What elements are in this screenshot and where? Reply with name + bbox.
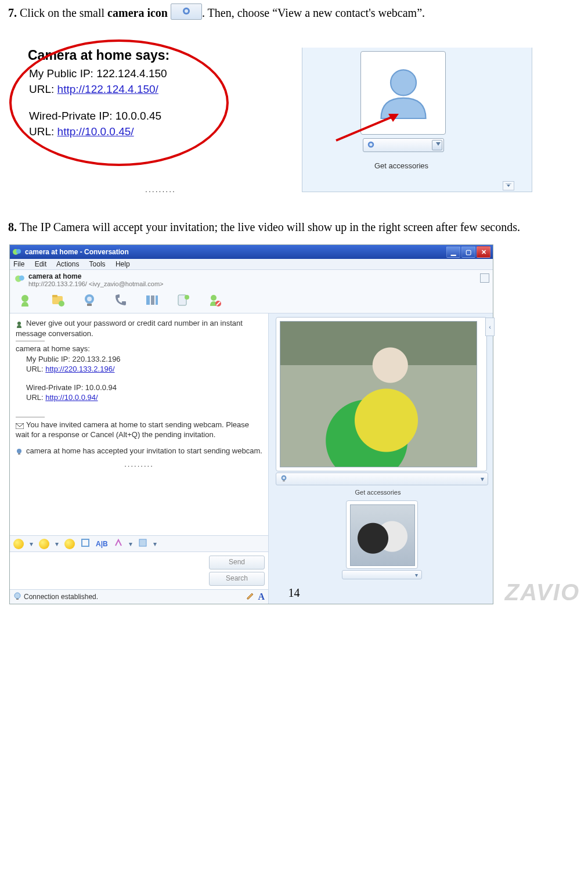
webcam-icon[interactable] (81, 292, 98, 308)
svg-rect-20 (87, 304, 92, 306)
webcam-button[interactable] (363, 138, 444, 152)
block-icon[interactable] (206, 292, 223, 308)
svg-point-19 (87, 297, 92, 301)
activities-icon[interactable] (143, 292, 161, 308)
page-number: 14 (0, 586, 588, 600)
scroll-down-icon[interactable] (503, 181, 514, 190)
background-icon[interactable] (138, 538, 147, 549)
titlebar: camera at home - Conversation ▁ ▢ ✕ (10, 245, 493, 259)
self-video-frame (346, 500, 418, 569)
svg-rect-22 (151, 295, 154, 305)
contact-panel: Get accessories (302, 48, 532, 192)
warning-text: Never give out your password or credit c… (16, 318, 262, 338)
message-input[interactable] (10, 552, 205, 589)
emoticon-smile-icon[interactable] (13, 539, 24, 549)
step7-bold: camera icon (107, 6, 168, 19)
watermark: ZAVIO (505, 579, 580, 605)
search-button[interactable]: Search (209, 572, 265, 586)
collapse-icon[interactable]: ‹ (485, 318, 495, 336)
chat-log: Never give out your password or credit c… (10, 313, 268, 535)
priv-url: URL: http://10.0.0.94/ (26, 392, 262, 403)
voiceclip-icon[interactable] (114, 538, 123, 549)
window-title: camera at home - Conversation (25, 248, 129, 256)
send-button[interactable]: Send (209, 556, 265, 569)
menu-edit[interactable]: Edit (35, 260, 47, 268)
mail-icon (16, 421, 24, 428)
maximize-button[interactable]: ▢ (461, 246, 475, 258)
games-icon[interactable] (175, 292, 192, 308)
video-image (280, 321, 477, 467)
avatar-frame (360, 51, 446, 135)
bubble-link2[interactable]: http://10.0.0.45/ (57, 125, 134, 138)
menubar: File Edit Actions Tools Help (10, 259, 493, 270)
svg-point-1 (185, 9, 188, 13)
svg-rect-23 (156, 295, 158, 305)
self-video-image (350, 504, 415, 566)
files-icon[interactable] (49, 292, 67, 308)
bubble-line1: My Public IP: 122.124.4.150 (29, 66, 215, 82)
says-label: camera at home says: (16, 344, 262, 354)
svg-rect-32 (18, 453, 20, 455)
input-area: Send Search (10, 551, 268, 589)
get-accessories-link[interactable]: Get accessories (276, 489, 480, 496)
emoticon-open-icon[interactable] (64, 539, 75, 549)
menu-file[interactable]: File (13, 260, 24, 268)
step8-text: 8. The IP Camera will accept your invita… (8, 221, 580, 234)
contact-icon (15, 273, 25, 284)
menu-tools[interactable]: Tools (89, 260, 106, 268)
svg-point-38 (283, 476, 285, 478)
dots: ......... (16, 459, 262, 470)
priv-url-link[interactable]: http://10.0.0.94/ (45, 393, 98, 402)
expand-icon[interactable] (480, 273, 489, 283)
video-frame: ‹ (276, 317, 487, 471)
bubble-link1[interactable]: http://122.124.4.150/ (57, 83, 158, 95)
chevron-down-icon[interactable] (432, 140, 442, 150)
call-icon[interactable] (112, 292, 129, 308)
svg-point-12 (19, 275, 24, 280)
video-column: ‹ ▾ Get accessories ▾ (269, 313, 493, 604)
contact-sub: http://220.133.2.196/ <ivy_zavio@hotmail… (28, 280, 480, 287)
video-toolbar[interactable]: ▾ (276, 473, 488, 485)
chat-column: Never give out your password or credit c… (10, 313, 269, 604)
close-button[interactable]: ✕ (477, 246, 490, 258)
svg-rect-21 (146, 295, 150, 305)
emoticon-bar: ▾ ▾ A|B ▾ ▾ (10, 535, 268, 551)
camera-icon (171, 3, 202, 20)
nudge-icon[interactable] (81, 538, 90, 549)
pub-url-link[interactable]: http://220.133.2.196/ (45, 365, 114, 373)
menu-actions[interactable]: Actions (56, 260, 79, 268)
cam-mini-icon (16, 448, 24, 455)
font-button[interactable]: A|B (96, 540, 108, 548)
svg-point-29 (17, 322, 21, 325)
svg-point-13 (21, 295, 28, 302)
get-accessories-link[interactable]: Get accessories (359, 161, 443, 170)
contact-name: camera at home (28, 272, 480, 280)
invite-text: You have invited camera at home to start… (16, 420, 262, 440)
menu-help[interactable]: Help (116, 260, 130, 268)
step7-num: 7. (8, 6, 17, 19)
avatar-icon (371, 61, 435, 125)
accepted-text: camera at home has accepted your invitat… (16, 446, 262, 456)
invite-icon[interactable]: + (18, 292, 35, 308)
svg-point-5 (369, 143, 372, 146)
person-icon (16, 320, 24, 327)
svg-point-17 (59, 301, 64, 307)
emoticon-wink-icon[interactable] (39, 539, 49, 549)
bubble-line4: URL: http://10.0.0.45/ (29, 124, 215, 140)
bubble-line3: Wired-Private IP: 10.0.0.45 (29, 109, 215, 124)
svg-text:+: + (29, 293, 33, 294)
self-video-toolbar[interactable]: ▾ (342, 570, 422, 579)
svg-point-25 (185, 295, 189, 300)
msn-window: camera at home - Conversation ▁ ▢ ✕ File… (9, 244, 493, 604)
minimize-button[interactable]: ▁ (446, 246, 460, 258)
chevron-down-icon[interactable]: ▾ (481, 475, 484, 483)
priv-ip: Wired-Private IP: 10.0.0.94 (26, 383, 262, 393)
dots: ......... (145, 185, 176, 194)
svg-point-26 (211, 295, 217, 301)
svg-rect-33 (82, 539, 89, 546)
pub-url: URL: http://220.133.2.196/ (26, 364, 262, 374)
contact-header: camera at home http://220.133.2.196/ <iv… (10, 270, 493, 289)
app-icon (12, 247, 21, 257)
bubble-title: Camera at home says: (28, 48, 169, 63)
svg-rect-39 (283, 480, 285, 481)
